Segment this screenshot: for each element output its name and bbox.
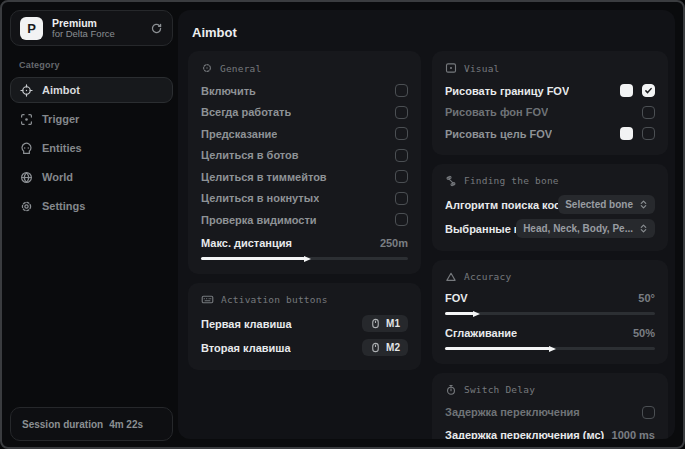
sidebar-item-label: Aimbot <box>42 84 80 96</box>
scope-icon <box>201 62 213 74</box>
second-key-label: Вторая клавиша <box>201 342 291 354</box>
first-key-label: Первая клавиша <box>201 318 292 330</box>
app-window: P Premium for Delta Force Category Aimbo… <box>0 0 685 449</box>
max-distance-label: Макс. дистанция <box>201 237 292 249</box>
sidebar: P Premium for Delta Force Category Aimbo… <box>10 10 173 441</box>
session-label: Session duration <box>22 419 103 430</box>
slider-thumb[interactable] <box>304 256 311 262</box>
brand-subtitle: for Delta Force <box>52 29 141 40</box>
sidebar-item-aimbot[interactable]: Aimbot <box>10 77 173 103</box>
toggle-label: Всегда работать <box>201 106 291 118</box>
max-distance-value: 250m <box>380 237 408 249</box>
panel-bone-title: Finding the bone <box>464 175 559 186</box>
page-title: Aimbot <box>192 25 668 40</box>
sidebar-item-world[interactable]: World <box>10 164 173 190</box>
smoothing-value: 50% <box>633 327 655 339</box>
panel-finding-bone: Finding the bone Алгоритм поиска костей … <box>432 164 668 251</box>
max-distance-slider[interactable] <box>201 254 408 264</box>
globe-icon <box>20 171 33 184</box>
draw-fov-target-label: Рисовать цель FOV <box>445 128 552 140</box>
sidebar-item-label: Settings <box>42 200 85 212</box>
switch-delay-ms-value: 1000 ms <box>612 429 655 440</box>
first-key-value: M1 <box>386 318 400 329</box>
chevron-up-down-icon <box>639 224 648 233</box>
trigger-icon <box>20 113 33 126</box>
checkbox-enable[interactable] <box>395 84 408 97</box>
switch-delay-ms-label: Задержка переключения (мс) <box>445 429 604 440</box>
mouse-icon <box>370 342 381 353</box>
entities-icon <box>20 142 33 155</box>
slider-thumb[interactable] <box>473 311 480 317</box>
session-card: Session duration 4m 22s <box>10 407 173 441</box>
checkbox-visibility-check[interactable] <box>395 213 408 226</box>
sidebar-item-label: Entities <box>42 142 82 154</box>
toggle-label: Целиться в тиммейтов <box>201 171 327 183</box>
visual-icon <box>445 62 457 74</box>
panel-general: General Включить Всегда работать Предска… <box>188 51 421 274</box>
selected-bones-value: Head, Neck, Body, Pe... <box>523 223 633 234</box>
bone-algorithm-select[interactable]: Selected bone <box>558 195 655 214</box>
panel-accuracy: Accuracy FOV 50° Сглаживание 50% <box>432 260 668 364</box>
fov-slider[interactable] <box>445 309 655 319</box>
smoothing-slider[interactable] <box>445 344 655 354</box>
accuracy-icon <box>445 271 457 283</box>
crosshair-icon <box>20 84 33 97</box>
mouse-icon <box>370 318 381 329</box>
session-value: 4m 22s <box>109 419 143 430</box>
brand-card: P Premium for Delta Force <box>10 10 173 46</box>
checkbox-draw-fov-target[interactable] <box>642 127 655 140</box>
sidebar-nav: Aimbot Trigger Entities <box>10 77 173 219</box>
fov-value: 50° <box>638 292 655 304</box>
draw-fov-background-label: Рисовать фон FOV <box>445 106 548 118</box>
checkbox-target-teammates[interactable] <box>395 170 408 183</box>
gear-icon <box>20 200 33 213</box>
sync-icon[interactable] <box>150 22 163 35</box>
panel-visual-title: Visual <box>464 63 500 74</box>
selected-bones-select[interactable]: Head, Neck, Body, Pe... <box>516 219 655 238</box>
slider-thumb[interactable] <box>549 346 556 352</box>
fov-border-color-swatch[interactable] <box>620 84 633 97</box>
panel-accuracy-title: Accuracy <box>464 271 511 282</box>
toggle-label: Предсказание <box>201 128 277 140</box>
panel-activation-title: Activation buttons <box>221 294 328 305</box>
main-content: Aimbot General Включить Всегда работать <box>178 10 675 439</box>
first-key-button[interactable]: M1 <box>362 315 408 332</box>
toggle-label: Включить <box>201 85 256 97</box>
checkbox-switch-delay[interactable] <box>642 406 655 419</box>
toggle-label: Целиться в ботов <box>201 149 299 161</box>
checkbox-draw-fov-background[interactable] <box>642 106 655 119</box>
checkbox-target-bots[interactable] <box>395 149 408 162</box>
bone-algorithm-value: Selected bone <box>565 199 633 210</box>
panel-general-title: General <box>220 63 261 74</box>
smoothing-label: Сглаживание <box>445 327 517 339</box>
checkbox-always-work[interactable] <box>395 106 408 119</box>
toggle-label: Целиться в нокнутых <box>201 192 319 204</box>
checkbox-draw-fov-border[interactable] <box>642 84 655 97</box>
bone-algorithm-label: Алгоритм поиска костей <box>445 199 572 211</box>
second-key-button[interactable]: M2 <box>362 339 408 356</box>
sidebar-item-entities[interactable]: Entities <box>10 135 173 161</box>
bone-icon <box>445 175 457 187</box>
chevron-up-down-icon <box>639 200 648 209</box>
keyboard-icon <box>201 293 214 306</box>
panel-visual: Visual Рисовать границу FOV Рисовать фон… <box>432 51 668 155</box>
draw-fov-border-label: Рисовать границу FOV <box>445 85 569 97</box>
sidebar-item-trigger[interactable]: Trigger <box>10 106 173 132</box>
brand-logo: P <box>20 17 43 40</box>
category-label: Category <box>19 60 173 70</box>
brand-title: Premium <box>52 17 141 29</box>
checkbox-target-knocked[interactable] <box>395 192 408 205</box>
fov-label: FOV <box>445 292 468 304</box>
switch-delay-toggle-label: Задержка переключения <box>445 406 580 418</box>
checkbox-prediction[interactable] <box>395 127 408 140</box>
sidebar-item-settings[interactable]: Settings <box>10 193 173 219</box>
panel-switch-delay-title: Switch Delay <box>464 384 535 395</box>
panel-switch-delay: Switch Delay Задержка переключения Задер… <box>432 373 668 440</box>
fov-target-color-swatch[interactable] <box>620 127 633 140</box>
panel-activation-buttons: Activation buttons Первая клавиша M1 <box>188 283 421 370</box>
timer-icon <box>445 384 457 396</box>
sidebar-item-label: World <box>42 171 73 183</box>
toggle-label: Проверка видимости <box>201 214 317 226</box>
second-key-value: M2 <box>386 342 400 353</box>
sidebar-item-label: Trigger <box>42 113 79 125</box>
